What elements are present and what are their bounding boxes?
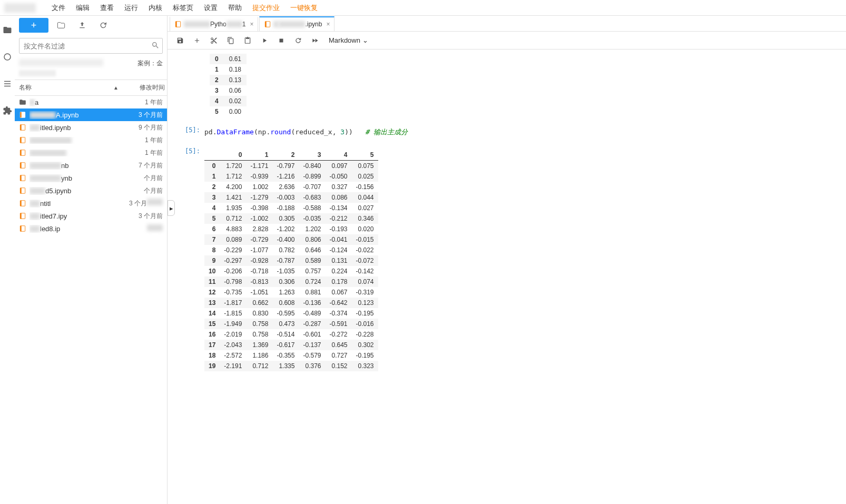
file-name: d5.ipynb bbox=[29, 187, 126, 195]
extension-icon[interactable] bbox=[3, 106, 12, 117]
col-modified[interactable]: 修改时间 bbox=[140, 84, 165, 91]
svg-rect-20 bbox=[20, 226, 21, 232]
file-modified: 3 个月前 bbox=[126, 111, 163, 120]
tab[interactable]: .ipynb× bbox=[259, 16, 335, 31]
notebook-icon bbox=[19, 162, 29, 169]
output-small-table: 00.6110.1820.1330.0640.0250.00 bbox=[210, 54, 247, 117]
file-row[interactable]: 1 年前 bbox=[15, 134, 167, 146]
main-area: Pytho1×.ipynb× Markdown⌄ 00.6110.1820.13… bbox=[168, 16, 846, 504]
paste-icon[interactable] bbox=[240, 33, 255, 48]
menu-内核[interactable]: 内核 bbox=[143, 4, 168, 12]
menu-编辑[interactable]: 编辑 bbox=[71, 4, 95, 12]
menu-运行[interactable]: 运行 bbox=[119, 4, 143, 12]
file-list: a1 年前A.ipynb3 个月前itled.ipynb9 个月前1 年前1 年… bbox=[15, 96, 167, 504]
list-icon[interactable] bbox=[3, 79, 12, 90]
logo bbox=[4, 3, 36, 13]
notebook-icon bbox=[19, 111, 29, 118]
folder-icon[interactable] bbox=[3, 25, 12, 36]
notebook-panel[interactable]: 00.6110.1820.1330.0640.0250.00 [5]: pd.D… bbox=[168, 50, 846, 504]
file-modified: 1 年前 bbox=[126, 136, 163, 145]
svg-rect-22 bbox=[175, 22, 176, 27]
notebook-icon bbox=[264, 21, 271, 28]
file-row[interactable]: led8.ip bbox=[15, 222, 167, 235]
file-name: a bbox=[29, 98, 126, 106]
file-row[interactable]: nb7 个月前 bbox=[15, 159, 167, 172]
svg-point-0 bbox=[4, 54, 11, 60]
file-modified: 1 年前 bbox=[126, 98, 163, 107]
file-modified: 3 个月前 bbox=[126, 212, 163, 221]
file-name: itled7.ipy bbox=[29, 212, 126, 220]
menu-标签页[interactable]: 标签页 bbox=[168, 4, 199, 12]
file-modified bbox=[126, 224, 163, 233]
new-launcher-button[interactable]: + bbox=[19, 18, 48, 33]
svg-rect-16 bbox=[20, 201, 21, 206]
upload-icon[interactable] bbox=[74, 18, 91, 33]
file-name: itled.ipynb bbox=[29, 124, 126, 132]
notebook-icon bbox=[19, 136, 29, 144]
search-input[interactable] bbox=[19, 38, 163, 54]
new-folder-icon[interactable] bbox=[53, 18, 70, 33]
restart-icon[interactable] bbox=[291, 33, 306, 48]
file-row[interactable]: a1 年前 bbox=[15, 96, 167, 108]
refresh-icon[interactable] bbox=[95, 18, 112, 33]
file-name bbox=[29, 150, 126, 156]
sidebar-collapse-handle[interactable]: ▸ bbox=[168, 200, 175, 216]
notebook-icon bbox=[19, 174, 29, 182]
file-modified: 个月前 bbox=[126, 186, 163, 195]
save-icon[interactable] bbox=[173, 33, 188, 48]
chevron-down-icon: ⌄ bbox=[362, 36, 368, 44]
search-icon[interactable] bbox=[151, 41, 160, 51]
menu-设置[interactable]: 设置 bbox=[199, 4, 223, 12]
svg-rect-14 bbox=[20, 188, 21, 194]
add-cell-icon[interactable] bbox=[190, 33, 204, 48]
notebook-icon bbox=[19, 212, 29, 220]
run-icon[interactable] bbox=[257, 33, 272, 48]
svg-rect-6 bbox=[20, 137, 21, 143]
cut-icon[interactable] bbox=[206, 33, 221, 48]
file-name: A.ipynb bbox=[29, 111, 126, 119]
file-modified: 1 年前 bbox=[126, 149, 163, 157]
notebook-icon bbox=[19, 225, 29, 232]
svg-rect-8 bbox=[20, 150, 21, 156]
file-row[interactable]: itled.ipynb9 个月前 bbox=[15, 121, 167, 134]
stop-icon[interactable] bbox=[274, 33, 289, 48]
file-row[interactable]: 1 年前 bbox=[15, 146, 167, 159]
tab[interactable]: Pytho1× bbox=[170, 16, 258, 31]
file-row[interactable]: A.ipynb3 个月前 bbox=[15, 108, 167, 121]
menu-帮助[interactable]: 帮助 bbox=[223, 4, 247, 12]
file-name bbox=[29, 137, 126, 144]
file-modified: 9 个月前 bbox=[126, 123, 163, 132]
activity-bar bbox=[0, 16, 15, 504]
tab-bar: Pytho1×.ipynb× bbox=[168, 16, 846, 32]
menu-文件[interactable]: 文件 bbox=[46, 4, 71, 12]
file-row[interactable]: ntitl3 个月 bbox=[15, 197, 167, 210]
notebook-icon bbox=[19, 149, 29, 156]
copy-icon[interactable] bbox=[223, 33, 238, 48]
sort-arrow-icon[interactable]: ▲ bbox=[113, 85, 119, 91]
cell-type-select[interactable]: Markdown⌄ bbox=[329, 36, 368, 44]
folder-icon bbox=[19, 98, 29, 106]
menu-提交作业[interactable]: 提交作业 bbox=[247, 4, 285, 12]
notebook-icon bbox=[19, 187, 29, 194]
file-modified: 3 个月 bbox=[126, 199, 163, 208]
file-list-header: 名称▲ 修改时间 bbox=[15, 80, 167, 96]
file-row[interactable]: ynb个月前 bbox=[15, 172, 167, 184]
menu-查看[interactable]: 查看 bbox=[95, 4, 119, 12]
file-modified: 个月前 bbox=[126, 174, 163, 183]
fast-forward-icon[interactable] bbox=[308, 33, 322, 48]
file-name: led8.ip bbox=[29, 225, 126, 233]
input-prompt: [5]: bbox=[178, 126, 204, 138]
file-row[interactable]: itled7.ipy3 个月前 bbox=[15, 210, 167, 222]
close-icon[interactable]: × bbox=[326, 21, 330, 28]
crumb-label: 案例：金 bbox=[137, 59, 163, 68]
file-browser: + 案例：金 名称▲ 修改时间 a1 年前A.ipynb3 个月前itled.i… bbox=[15, 16, 168, 504]
circle-icon[interactable] bbox=[3, 52, 12, 63]
file-modified: 7 个月前 bbox=[126, 161, 163, 170]
code-cell[interactable]: pd.DataFrame(np.round(reduced_x, 3)) # 输… bbox=[204, 126, 408, 138]
close-icon[interactable]: × bbox=[250, 21, 253, 28]
output-dataframe: 01234501.720-1.171-0.797-0.8400.0970.075… bbox=[204, 150, 378, 371]
file-row[interactable]: d5.ipynb个月前 bbox=[15, 184, 167, 197]
menu-一键恢复[interactable]: 一键恢复 bbox=[285, 4, 323, 12]
col-name[interactable]: 名称 bbox=[19, 83, 32, 92]
file-name: ntitl bbox=[29, 200, 126, 207]
